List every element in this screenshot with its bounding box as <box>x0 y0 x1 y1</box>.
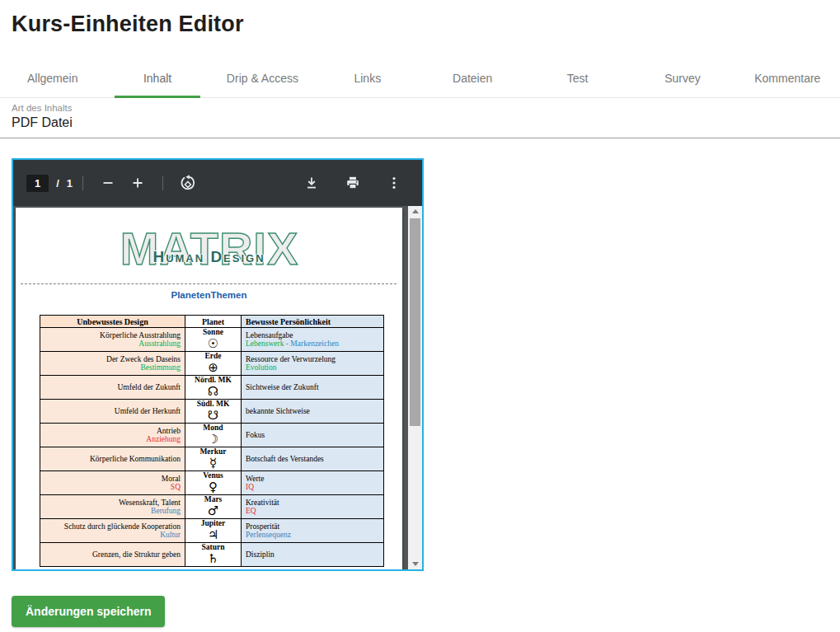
header-planet: Planet <box>185 316 242 328</box>
scrollbar-thumb[interactable] <box>410 218 420 426</box>
print-button[interactable] <box>342 172 364 194</box>
rotate-counterclockwise-icon <box>180 175 196 191</box>
table-row: Schutz durch glückende KooperationKultur… <box>40 519 384 543</box>
download-button[interactable] <box>301 172 322 194</box>
zoom-out-icon <box>101 176 115 190</box>
page-total: 1 <box>67 177 73 190</box>
page-separator: / <box>56 177 59 190</box>
pdf-page-area: MATRIX Human Design PlanetenThemen Unbew… <box>13 206 408 569</box>
pdf-content-area: MATRIX Human Design PlanetenThemen Unbew… <box>13 206 422 569</box>
content-type-select[interactable]: PDF Datei <box>12 115 840 130</box>
rotate-button[interactable] <box>177 172 199 194</box>
content-type-field: Art des Inhalts PDF Datei <box>0 103 840 138</box>
page-number-input[interactable]: 1 <box>26 175 49 192</box>
save-changes-button[interactable]: Änderungen speichern <box>12 596 165 627</box>
divider-dashed-line <box>21 283 397 284</box>
tab-drip-access[interactable]: Drip & Access <box>210 60 315 97</box>
more-options-icon <box>387 176 401 190</box>
document-heading: PlanetenThemen <box>16 290 402 300</box>
print-icon <box>345 176 360 190</box>
toolbar-divider <box>82 176 83 190</box>
table-row: Wesenskraft, TalentBerufung Mars♂ Kreati… <box>40 495 384 519</box>
toolbar-divider <box>162 176 163 190</box>
zoom-out-button[interactable] <box>97 172 119 194</box>
tab-dateien[interactable]: Dateien <box>420 60 525 97</box>
zoom-in-button[interactable] <box>127 172 148 194</box>
table-header-row: Unbewusstes Design Planet Bewusste Persö… <box>40 316 384 328</box>
table-row: Umfeld der Zukunft Nördl. MK☊ Sichtweise… <box>40 376 384 400</box>
table-row: Grenzen, die Struktur geben Saturn♄ Disz… <box>40 543 384 567</box>
header-unbewusstes-design: Unbewusstes Design <box>40 316 185 328</box>
tab-bar: Allgemein Inhalt Drip & Access Links Dat… <box>0 60 840 98</box>
scroll-up-arrow-icon[interactable] <box>412 209 419 213</box>
tab-allgemein[interactable]: Allgemein <box>0 60 105 97</box>
pdf-toolbar: 1 / 1 <box>13 160 422 206</box>
planet-symbol-icon: ☊ <box>185 386 241 398</box>
table-row: MoralSQ Venus♀ WerteIQ <box>40 471 384 495</box>
page-title: Kurs-Einheiten Editor <box>12 12 840 37</box>
table-row: AntriebAnziehung Mond☽ Fokus <box>40 424 384 447</box>
planet-symbol-icon: ♂ <box>185 505 241 517</box>
vertical-scrollbar[interactable] <box>408 206 422 569</box>
tab-survey[interactable]: Survey <box>630 60 734 97</box>
planet-symbol-icon: ☿ <box>185 457 241 470</box>
table-row: Körperliche Kommunikation Merkur☿ Botsch… <box>40 447 384 471</box>
planet-symbol-icon: ♀ <box>185 481 241 494</box>
planet-table-body: Körperliche AusstrahlungAusstrahlung Son… <box>40 328 384 567</box>
content-type-label: Art des Inhalts <box>12 103 840 113</box>
tab-links[interactable]: Links <box>315 60 420 97</box>
planet-symbol-icon: ☋ <box>185 410 241 422</box>
pdf-page: MATRIX Human Design PlanetenThemen Unbew… <box>16 208 402 569</box>
tab-inhalt[interactable]: Inhalt <box>105 60 209 97</box>
tab-kommentare[interactable]: Kommentare <box>735 60 840 97</box>
planet-symbol-icon: ♄ <box>185 553 241 565</box>
planet-themes-table: Unbewusstes Design Planet Bewusste Persö… <box>40 315 384 567</box>
tab-test[interactable]: Test <box>525 60 630 97</box>
planet-symbol-icon: ♃ <box>185 529 241 541</box>
table-row: Umfeld der Herkunft Südl. MK☋ bekannte S… <box>40 400 384 424</box>
planet-symbol-icon: ⊕ <box>185 362 241 374</box>
header-bewusste-persoenlichkeit: Bewusste Persönlichkeit <box>242 316 384 328</box>
table-row: Körperliche AusstrahlungAusstrahlung Son… <box>40 328 384 352</box>
planet-symbol-icon: ☉ <box>185 338 241 350</box>
download-icon <box>304 176 319 190</box>
zoom-in-icon <box>131 176 144 190</box>
more-options-button[interactable] <box>383 172 405 194</box>
table-row: Der Zweck des DaseinsBestimmung Erde⊕ Re… <box>40 352 384 376</box>
scroll-down-arrow-icon[interactable] <box>412 562 419 566</box>
planet-symbol-icon: ☽ <box>185 433 241 446</box>
matrix-logo: MATRIX Human Design <box>16 218 402 280</box>
pdf-viewer: 1 / 1 <box>12 158 424 571</box>
human-design-logo-text: Human Design <box>16 248 402 266</box>
